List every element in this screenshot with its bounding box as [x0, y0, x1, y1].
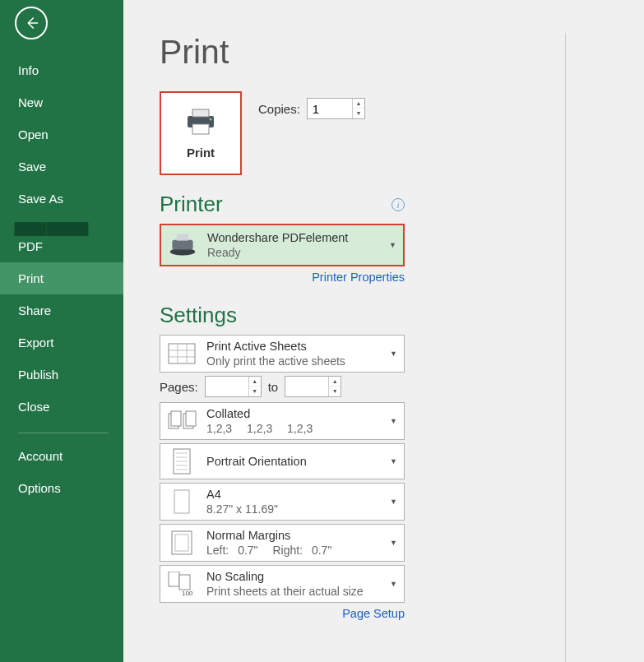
printer-icon	[184, 108, 217, 136]
sidebar-item-saveas[interactable]: Save As	[0, 183, 123, 215]
chevron-down-icon: ▼	[390, 498, 397, 506]
main-panel: Print Print Copies: ▲ ▼ Printer i	[123, 0, 644, 662]
pages-to-spinner[interactable]: ▲▼	[285, 376, 341, 397]
portrait-icon	[171, 448, 192, 475]
page-title: Print	[160, 33, 644, 72]
margins-title: Normal Margins	[206, 529, 382, 542]
printer-properties-link[interactable]: Printer Properties	[312, 271, 405, 284]
orientation-title: Portrait Orientation	[206, 455, 382, 468]
svg-point-3	[210, 118, 212, 120]
copies-up-icon[interactable]: ▲	[353, 99, 364, 109]
scaling-title: No Scaling	[206, 570, 382, 583]
copies-spinner[interactable]: ▲ ▼	[307, 98, 365, 119]
chevron-down-icon: ▼	[389, 241, 396, 249]
page-setup-link[interactable]: Page Setup	[342, 607, 405, 620]
printer-heading: Printer i	[160, 192, 405, 217]
page-icon	[172, 489, 192, 514]
svg-rect-7	[169, 344, 195, 363]
back-button[interactable]	[15, 7, 48, 39]
collation-title: Collated	[206, 407, 382, 420]
sidebar-item-save[interactable]: Save	[0, 150, 123, 183]
svg-rect-1	[192, 109, 209, 117]
svg-rect-13	[174, 490, 189, 513]
spin-down-icon[interactable]: ▼	[249, 387, 261, 396]
sidebar-item-obscured: ▆▆▆ ▆▆▆▆	[15, 218, 123, 236]
scaling-icon: 100	[168, 572, 196, 596]
scaling-dropdown[interactable]: 100 No Scaling Print sheets at their act…	[160, 565, 405, 603]
collation-dropdown[interactable]: Collated 1,2,3 1,2,3 1,2,3 ▼	[160, 402, 405, 440]
collated-icon	[167, 410, 197, 432]
printer-name: Wondershare PDFelement	[207, 231, 381, 244]
spin-up-icon[interactable]: ▲	[249, 377, 261, 387]
sidebar-item-new[interactable]: New	[0, 86, 123, 118]
svg-rect-9	[171, 411, 181, 426]
copies-input[interactable]	[308, 99, 352, 118]
chevron-down-icon: ▼	[390, 457, 397, 465]
collation-sub: 1,2,3 1,2,3 1,2,3	[206, 422, 382, 435]
printer-dropdown[interactable]: Wondershare PDFelement Ready ▼	[160, 224, 405, 266]
spin-up-icon[interactable]: ▲	[329, 377, 341, 387]
print-what-dropdown[interactable]: Print Active Sheets Only print the activ…	[160, 335, 405, 373]
sidebar-item-account[interactable]: Account	[0, 440, 123, 472]
sidebar-item-print[interactable]: Print	[0, 262, 123, 294]
scaling-sub: Print sheets at their actual size	[206, 585, 382, 598]
svg-rect-5	[172, 240, 192, 250]
printer-heading-text: Printer	[160, 192, 223, 217]
sidebar-item-open[interactable]: Open	[0, 118, 123, 150]
printer-device-icon	[168, 234, 197, 257]
svg-rect-11	[186, 411, 196, 426]
sidebar-item-publish[interactable]: Publish	[0, 359, 123, 391]
chevron-down-icon: ▼	[390, 350, 397, 358]
sidebar-item-info[interactable]: Info	[0, 54, 123, 86]
svg-rect-17	[179, 575, 190, 590]
back-arrow-icon	[24, 16, 39, 30]
sidebar-item-pdf[interactable]: PDF	[0, 236, 123, 262]
chevron-down-icon: ▼	[390, 417, 397, 425]
preview-divider	[565, 33, 566, 662]
copies-label: Copies:	[258, 102, 300, 116]
pages-from-input[interactable]	[206, 377, 248, 396]
margins-dropdown[interactable]: Normal Margins Left: 0.7" Right: 0.7" ▼	[160, 524, 405, 562]
pages-to-label: to	[268, 380, 279, 394]
pages-from-spinner[interactable]: ▲▼	[205, 376, 262, 397]
info-icon[interactable]: i	[391, 198, 405, 211]
print-what-sub: Only print the active sheets	[206, 354, 382, 368]
settings-heading: Settings	[160, 303, 405, 328]
print-what-title: Print Active Sheets	[206, 340, 382, 353]
copies-down-icon[interactable]: ▼	[353, 109, 364, 118]
svg-rect-6	[177, 234, 188, 241]
sidebar-item-close[interactable]: Close	[0, 391, 123, 423]
sidebar-item-share[interactable]: Share	[0, 294, 123, 326]
printer-status: Ready	[207, 246, 381, 259]
svg-rect-2	[192, 124, 209, 134]
svg-text:100: 100	[182, 590, 193, 596]
settings-heading-text: Settings	[160, 303, 237, 328]
sidebar-item-export[interactable]: Export	[0, 326, 123, 359]
pages-to-input[interactable]	[285, 377, 328, 396]
margins-sub: Left: 0.7" Right: 0.7"	[206, 544, 382, 557]
svg-rect-16	[169, 572, 179, 586]
paper-sub: 8.27" x 11.69"	[206, 502, 382, 516]
orientation-dropdown[interactable]: Portrait Orientation ▼	[160, 443, 405, 479]
print-button-label: Print	[187, 146, 215, 160]
sidebar-item-options[interactable]: Options	[0, 472, 123, 504]
pages-label: Pages:	[160, 380, 198, 394]
sheets-icon	[168, 343, 196, 364]
paper-title: A4	[206, 488, 382, 501]
paper-dropdown[interactable]: A4 8.27" x 11.69" ▼	[160, 483, 405, 521]
margins-icon	[171, 530, 192, 555]
print-button[interactable]: Print	[160, 91, 242, 175]
spin-down-icon[interactable]: ▼	[329, 387, 341, 396]
sidebar-divider	[18, 433, 109, 433]
chevron-down-icon: ▼	[390, 580, 397, 588]
backstage-sidebar: Info New Open Save Save As ▆▆▆ ▆▆▆▆ PDF …	[0, 0, 123, 662]
chevron-down-icon: ▼	[390, 539, 397, 547]
